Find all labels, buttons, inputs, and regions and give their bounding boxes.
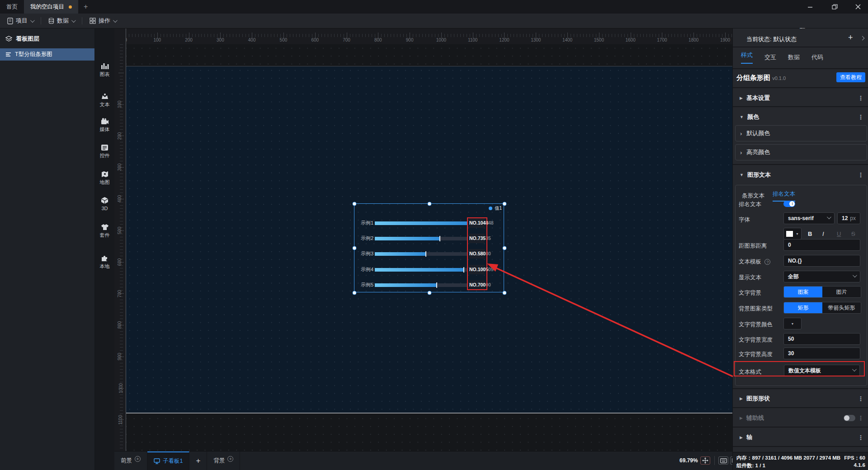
font-family-select[interactable]: sans-serif: [783, 212, 835, 224]
chart-icon: [101, 62, 109, 70]
tab-code[interactable]: 代码: [811, 53, 823, 61]
bar-end-tick: [463, 267, 464, 273]
add-board-button[interactable]: +: [189, 451, 207, 470]
strikethrough-button[interactable]: S: [851, 230, 855, 237]
resize-handle-w[interactable]: [353, 246, 357, 250]
legend-dot: [489, 207, 492, 210]
window-tab-home[interactable]: 首页: [0, 0, 24, 14]
section-graph-text[interactable]: ▼图形文本 ⋮: [733, 169, 868, 181]
text-bg-pattern-option[interactable]: 图案: [784, 287, 822, 297]
distance-label: 距图形距离: [739, 242, 767, 250]
tab-interaction[interactable]: 交互: [764, 53, 776, 61]
foreground-tab[interactable]: 前景 +: [114, 451, 147, 470]
template-input[interactable]: NO.{}: [783, 255, 860, 267]
add-foreground-icon[interactable]: +: [135, 456, 141, 462]
toolbar-item-media[interactable]: 媒体: [95, 118, 114, 133]
color-swatch: [786, 231, 793, 237]
keyboard-icon[interactable]: [718, 456, 728, 465]
minimize-button[interactable]: [804, 2, 816, 12]
toolbar-item-kit[interactable]: 套件: [95, 224, 114, 239]
font-size-input[interactable]: 12px: [837, 212, 860, 224]
subsection-highlight-color[interactable]: ›高亮颜色: [735, 144, 867, 160]
resize-handle-nw[interactable]: [353, 202, 357, 206]
panel-tabs: 样式 交互 数据 代码: [741, 51, 823, 64]
italic-button[interactable]: I: [822, 230, 824, 237]
aux-line-toggle[interactable]: [844, 415, 855, 421]
toolbar-item-3d[interactable]: 3D: [95, 197, 114, 211]
close-icon[interactable]: [852, 2, 864, 12]
menu-action[interactable]: 操作: [82, 14, 123, 28]
bg-height-input[interactable]: 30: [783, 348, 860, 359]
display-text-select[interactable]: 全部: [783, 271, 860, 282]
kebab-menu-icon[interactable]: ⋮: [858, 395, 864, 402]
resize-handle-n[interactable]: [428, 202, 432, 206]
layers-icon: [5, 36, 12, 42]
window-tab-project[interactable]: 我的空白项目: [24, 0, 78, 14]
resize-handle-s[interactable]: [428, 291, 432, 295]
kebab-menu-icon[interactable]: ⋮: [858, 94, 864, 102]
kebab-menu-icon[interactable]: ⋮: [858, 171, 864, 179]
tab-style[interactable]: 样式: [741, 51, 753, 64]
section-graph-shape[interactable]: ▶图形形状 ⋮: [733, 392, 868, 405]
kebab-menu-icon[interactable]: ⋮: [858, 414, 864, 422]
bg-color-picker[interactable]: ▼: [783, 318, 802, 329]
tab-rank-text[interactable]: 排名文本: [773, 190, 795, 202]
add-state-button[interactable]: +: [848, 33, 853, 42]
bg-width-input[interactable]: 50: [783, 333, 860, 345]
restore-button[interactable]: [828, 2, 841, 12]
tab-data[interactable]: 数据: [788, 53, 800, 61]
help-icon[interactable]: ?: [764, 259, 770, 265]
fps-status: FPS：60: [844, 455, 865, 461]
map-icon: [101, 171, 109, 178]
kebab-menu-icon[interactable]: ⋮: [858, 434, 864, 441]
database-icon: [48, 18, 54, 24]
add-background-icon[interactable]: +: [227, 456, 233, 462]
text-bg-image-option[interactable]: 图片: [822, 287, 861, 297]
title-bar: 首页 我的空白项目 + 定制服务: [0, 0, 868, 14]
section-color[interactable]: ▼颜色 ⋮: [733, 111, 868, 123]
expand-states-chevron[interactable]: [860, 36, 865, 41]
bg-pattern-rect-option[interactable]: 矩形: [784, 302, 822, 313]
bg-pattern-arrow-rect-option[interactable]: 带箭头矩形: [822, 302, 861, 313]
bar-track: [375, 237, 467, 240]
resize-handle-se[interactable]: [503, 291, 507, 295]
tab-bar-text[interactable]: 条形文本: [742, 192, 764, 200]
layer-item-grouped-bar[interactable]: T型分组条形图: [0, 48, 94, 61]
underline-button[interactable]: U: [837, 230, 841, 237]
toolbar-item-controls[interactable]: 控件: [95, 144, 114, 159]
ruler-label: 500: [280, 38, 288, 42]
toolbar-item-charts[interactable]: 图表: [95, 62, 114, 78]
distance-input[interactable]: 0: [783, 239, 860, 251]
subsection-default-color[interactable]: ›默认颜色: [735, 125, 867, 141]
tutorial-button[interactable]: 查看教程: [836, 72, 865, 82]
resize-handle-e[interactable]: [503, 246, 507, 250]
bottom-bar: 前景 + 子看板1 + 背景 + 69.79%: [114, 451, 732, 470]
ruler-label: 1300: [531, 38, 541, 42]
fit-screen-icon[interactable]: [700, 456, 710, 465]
menu-project[interactable]: 项目: [0, 14, 41, 28]
rank-text-toggle[interactable]: [783, 201, 795, 207]
section-aux-line[interactable]: ▶辅助线 ⋮: [733, 412, 868, 424]
ruler-label: 400: [248, 38, 256, 42]
bold-button[interactable]: B: [808, 230, 812, 237]
kebab-menu-icon[interactable]: ⋮: [858, 113, 864, 121]
resize-handle-sw[interactable]: [353, 291, 357, 295]
new-tab-button[interactable]: +: [84, 3, 88, 11]
bar-category-label: 示例2: [354, 235, 373, 242]
ruler-label: 400: [117, 195, 122, 203]
font-color-picker[interactable]: ▼: [783, 228, 802, 240]
chevron-down-icon: [71, 18, 76, 23]
menu-data[interactable]: 数据: [41, 14, 82, 28]
display-text-label: 显示文本: [739, 274, 761, 282]
zoom-level[interactable]: 69.79%: [679, 457, 698, 464]
rank-label-ghost: 05: [488, 267, 494, 272]
subboard-tab[interactable]: 子看板1: [147, 451, 189, 470]
section-axis[interactable]: ▶轴 ⋮: [733, 431, 868, 444]
resize-handle-ne[interactable]: [503, 202, 507, 206]
toolbar-item-local[interactable]: 本地: [95, 254, 114, 270]
toolbar-item-map[interactable]: 地图: [95, 171, 114, 186]
template-label: 文本模板 ?: [739, 258, 770, 266]
section-basic-settings[interactable]: ▶基本设置 ⋮: [733, 92, 868, 104]
background-tab[interactable]: 背景 +: [207, 451, 240, 470]
toolbar-item-text[interactable]: 文本: [95, 93, 114, 108]
